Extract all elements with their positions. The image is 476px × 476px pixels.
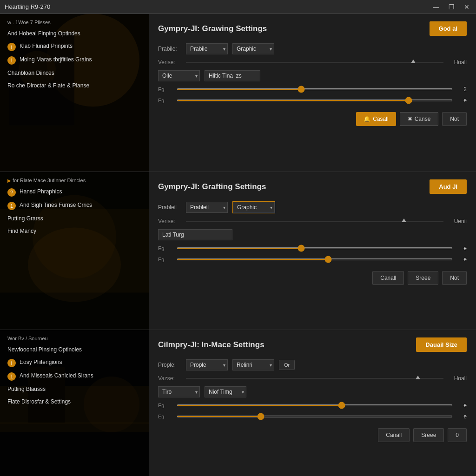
btn2-icon-1: ✖ <box>408 116 412 122</box>
row1-label-1: Prabile: <box>158 46 181 52</box>
header-btn-1[interactable]: God al <box>430 21 467 36</box>
version-end-1: Hoall <box>448 59 467 66</box>
select-wrapper-3a[interactable]: Prople <box>186 359 228 370</box>
maximize-button[interactable]: ❐ <box>447 3 456 11</box>
select-tiro-3[interactable]: Tiro <box>158 386 200 397</box>
btn1-1[interactable]: 🔔 Casall <box>356 112 396 126</box>
window-controls: — ❐ ✕ <box>431 3 471 11</box>
lp-text-2-1: And Sigh Tines Furnse Crrics <box>20 201 92 209</box>
close-button[interactable]: ✕ <box>462 3 471 11</box>
section-row-1: w . 1Woe 7 Plisses And Hobeal Finping Op… <box>0 14 476 172</box>
select-olle-1[interactable]: Olle <box>158 70 200 81</box>
select-prabile-1[interactable]: Prabile <box>186 43 228 54</box>
titlebar: Heartling R9-270 — ❐ ✕ <box>0 0 476 14</box>
version-row-3: Vazse: Hoall <box>158 375 467 382</box>
header-btn-3[interactable]: Dauail Size <box>416 337 467 352</box>
lp-text-1-1: Klab Flunad Prinpints <box>20 42 73 50</box>
window-title: Heartling R9-270 <box>5 3 50 10</box>
lp-top-label-2: ▶ for Rlate Mace 3utinner Dirncles <box>7 178 141 183</box>
btn2-1[interactable]: ✖ Canse <box>400 112 439 126</box>
version-bar-3 <box>186 378 443 379</box>
btn2-3[interactable]: Sreee <box>413 428 444 442</box>
bottom-buttons-3: Canall Sreee 0 <box>158 428 467 442</box>
slider2-label-3: Eg <box>158 414 172 419</box>
select-prableil-2[interactable]: Prableil <box>186 202 228 213</box>
lp-text-1-0: And Hobeal Finping Optindes <box>7 30 80 38</box>
slider2-label-2: Eg <box>158 257 172 262</box>
lp-item-1-2: 1 Moing Maras tbrjfitiles Grains <box>7 56 141 65</box>
select-wrapper-2a[interactable]: Prableil <box>186 202 228 213</box>
slider1-value-3: e <box>457 402 467 409</box>
select-prople-3[interactable]: Prople <box>186 359 228 370</box>
section-header-1: Gympry-JI: Grawing Settings God al <box>158 21 467 36</box>
btn1-2[interactable]: Canall <box>372 271 404 285</box>
btn2-2[interactable]: Sreee <box>408 271 438 285</box>
lp-item-3-4: Flate Disrosfar & Settings <box>7 398 141 406</box>
slider2-2[interactable] <box>177 258 453 260</box>
select-wrapper-2b[interactable]: Graphic <box>232 201 275 213</box>
lp-item-3-2: 1 And Misseals Canicled Sirans <box>7 372 141 381</box>
select-wrapper-3c[interactable]: Tiro <box>158 386 200 397</box>
section-header-3: Cilmpry-JI: In-Mace Settings Dauail Size <box>158 337 467 352</box>
slider1-row-3: Eg e <box>158 402 467 409</box>
main-content: w . 1Woe 7 Plisses And Hobeal Finping Op… <box>0 14 476 476</box>
select-graphic-2[interactable]: Graphic <box>233 202 275 213</box>
left-panel-overlay-1: w . 1Woe 7 Plisses And Hobeal Finping Op… <box>0 14 149 172</box>
right-panel-1: Gympry-JI: Grawing Settings God al Prabi… <box>149 14 476 172</box>
select-wrapper-3b[interactable]: Relinri <box>232 359 274 370</box>
slider1-value-1: 2 <box>457 86 467 93</box>
slider2-1[interactable] <box>177 99 453 101</box>
lp-bullet-2-0: ? <box>7 188 16 197</box>
or-btn-3[interactable]: Or <box>279 360 295 370</box>
right-panel-3: Cilmpry-JI: In-Mace Settings Dauail Size… <box>149 330 476 476</box>
version-triangle-3 <box>416 376 420 379</box>
row2-controls-1: Olle <box>158 70 467 81</box>
lp-top-label-1: w . 1Woe 7 Plisses <box>7 20 141 25</box>
minimize-button[interactable]: — <box>431 3 441 11</box>
btn1-icon-1: 🔔 <box>364 116 370 122</box>
select-wrapper-1c[interactable]: Olle <box>158 70 200 81</box>
row2-input-1[interactable] <box>205 70 260 81</box>
lp-item-2-0: ? Hansd Phraphics <box>7 188 141 197</box>
btn1-3[interactable]: Canall <box>378 428 410 442</box>
lp-item-3-0: Newfooonal Pinsing Optinoles <box>7 346 141 354</box>
select-graphic-1[interactable]: Graphic <box>232 43 274 54</box>
lp-item-2-3: Find Mancy <box>7 227 141 235</box>
slider1-label-2: Eg <box>158 245 172 251</box>
slider1-2[interactable] <box>177 247 453 249</box>
select-wrapper-3d[interactable]: Niof Timg <box>205 386 246 397</box>
slider2-row-1: Eg e <box>158 97 467 104</box>
lp-text-3-0: Newfooonal Pinsing Optinoles <box>7 346 82 354</box>
btn3-3[interactable]: 0 <box>448 428 467 442</box>
select-relinri-3[interactable]: Relinri <box>232 359 274 370</box>
slider2-row-2: Eg e <box>158 256 467 263</box>
lp-text-1-2: Moing Maras tbrjfitiles Grains <box>20 56 92 64</box>
select-nioftimg-3[interactable]: Niof Timg <box>205 386 246 397</box>
slider2-3[interactable] <box>177 416 453 417</box>
slider1-1[interactable] <box>177 88 453 90</box>
version-bar-2 <box>186 221 443 222</box>
slider2-label-1: Eg <box>158 98 172 103</box>
select-wrapper-1b[interactable]: Graphic <box>232 43 274 54</box>
lp-bullet-2-1: 1 <box>7 202 16 210</box>
select-wrapper-1a[interactable]: Prabile <box>186 43 228 54</box>
controls-row-3: Prople: Prople Relinri Or <box>158 359 467 370</box>
row1-label-3: Prople: <box>158 362 181 368</box>
lp-item-1-3: Chanbloan Diinces <box>7 69 141 77</box>
lp-bullet-1-1: i <box>7 43 16 51</box>
left-panel-3: Wor Bv / Sourneu Newfooonal Pinsing Opti… <box>0 330 149 476</box>
lp-text-3-3: Putling Blausss <box>7 385 46 393</box>
left-panel-1: w . 1Woe 7 Plisses And Hobeal Finping Op… <box>0 14 149 172</box>
row2-input-2[interactable] <box>158 229 232 240</box>
lp-item-2-1: 1 And Sigh Tines Furnse Crrics <box>7 201 141 210</box>
header-btn-2[interactable]: Aud JI <box>430 179 467 194</box>
version-row-1: Verise: Hoall <box>158 59 467 66</box>
version-label-1: Verise: <box>158 59 181 66</box>
btn3-2[interactable]: Not <box>442 271 467 285</box>
controls-row-2: Prableil Prableil Graphic <box>158 201 467 213</box>
lp-item-1-1: i Klab Flunad Prinpints <box>7 42 141 51</box>
btn3-1[interactable]: Not <box>442 112 467 126</box>
lp-item-1-0: And Hobeal Finping Optindes <box>7 30 141 38</box>
slider2-value-2: e <box>457 256 467 263</box>
slider1-3[interactable] <box>177 404 453 406</box>
